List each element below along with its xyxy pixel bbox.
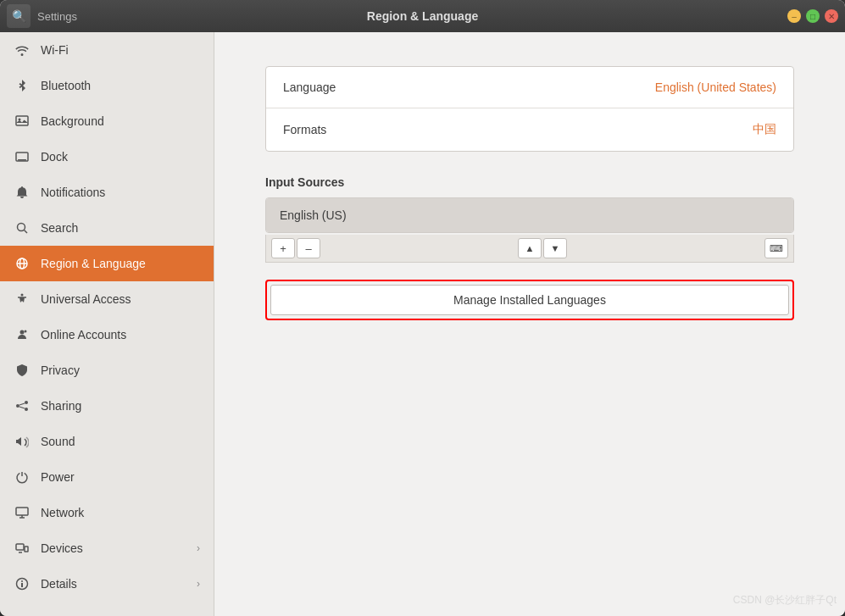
main-panel: Language English (United States) Formats… <box>214 32 845 616</box>
sidebar-label-devices: Devices <box>41 541 186 555</box>
svg-point-14 <box>16 404 19 408</box>
settings-window: 🔍 Settings Region & Language – □ ✕ Wi-Fi… <box>0 0 845 616</box>
sidebar-title: Settings <box>37 10 77 23</box>
sidebar-label-dock: Dock <box>41 150 200 164</box>
keyboard-preview-button[interactable]: ⌨ <box>764 238 788 258</box>
sidebar-item-notifications[interactable]: Notifications <box>0 175 214 210</box>
sidebar-item-network[interactable]: Network <box>0 495 214 530</box>
svg-rect-0 <box>16 116 28 125</box>
language-formats-section: Language English (United States) Formats… <box>265 66 794 152</box>
sidebar-label-sharing: Sharing <box>41 399 200 413</box>
formats-row: Formats 中国 <box>266 108 793 151</box>
remove-input-source-button[interactable]: – <box>297 238 320 258</box>
search-icon <box>14 219 31 236</box>
close-button[interactable]: ✕ <box>825 9 838 23</box>
formats-value: 中国 <box>753 122 776 137</box>
sidebar-item-wifi[interactable]: Wi-Fi <box>0 32 214 68</box>
sidebar-item-dock[interactable]: Dock <box>0 139 214 175</box>
sidebar-item-power[interactable]: Power <box>0 459 214 495</box>
sidebar-label-network: Network <box>41 506 200 519</box>
input-sources-label: Input Sources <box>265 175 794 189</box>
sidebar-label-notifications: Notifications <box>41 186 200 199</box>
sidebar-label-background: Background <box>41 114 200 128</box>
devices-icon <box>14 540 31 557</box>
window-title: Region & Language <box>367 9 478 23</box>
sidebar-item-search[interactable]: Search <box>0 210 214 246</box>
sharing-icon <box>14 397 31 414</box>
svg-point-13 <box>25 401 28 404</box>
maximize-button[interactable]: □ <box>806 9 820 23</box>
search-button[interactable]: 🔍 <box>7 4 31 28</box>
search-icon: 🔍 <box>12 9 26 23</box>
sidebar-item-devices[interactable]: Devices› <box>0 530 214 566</box>
sidebar: Wi-FiBluetoothBackgroundDockNotification… <box>0 32 214 616</box>
network-icon <box>14 504 31 521</box>
details-icon <box>14 575 31 592</box>
region-icon <box>14 255 31 272</box>
sidebar-item-sound[interactable]: Sound <box>0 424 214 459</box>
sidebar-label-wifi: Wi-Fi <box>41 43 200 57</box>
svg-rect-22 <box>16 544 24 550</box>
sidebar-item-region[interactable]: Region & Language <box>0 246 214 281</box>
svg-line-16 <box>19 403 25 405</box>
svg-rect-3 <box>18 159 26 161</box>
dock-icon <box>14 148 31 165</box>
move-down-button[interactable]: ▼ <box>543 238 567 258</box>
watermark: CSDN @长沙红胖子Qt <box>733 593 837 608</box>
sidebar-item-sharing[interactable]: Sharing <box>0 388 214 424</box>
sidebar-label-bluetooth: Bluetooth <box>41 79 200 92</box>
sidebar-item-background[interactable]: Background <box>0 103 214 139</box>
chevron-right-icon: › <box>197 578 200 590</box>
content-area: Wi-FiBluetoothBackgroundDockNotification… <box>0 32 845 616</box>
background-icon <box>14 113 31 130</box>
privacy-icon <box>14 362 31 379</box>
sound-icon <box>14 433 31 450</box>
svg-point-15 <box>25 408 28 411</box>
universal-access-icon <box>14 291 31 308</box>
window-controls: – □ ✕ <box>787 9 838 23</box>
move-up-button[interactable]: ▲ <box>518 238 542 258</box>
manage-languages-container: Manage Installed Languages <box>265 280 794 320</box>
input-sources-toolbar: + – ▲ ▼ ⌨ <box>265 235 794 263</box>
sidebar-item-bluetooth[interactable]: Bluetooth <box>0 68 214 103</box>
svg-rect-19 <box>16 508 28 515</box>
formats-label: Formats <box>283 123 326 136</box>
add-input-source-button[interactable]: + <box>271 238 295 258</box>
sidebar-item-details[interactable]: Details› <box>0 566 214 602</box>
language-value: English (United States) <box>655 80 776 94</box>
input-source-english[interactable]: English (US) <box>266 198 793 232</box>
wifi-icon <box>14 42 31 58</box>
online-accounts-icon <box>14 326 31 343</box>
manage-languages-button[interactable]: Manage Installed Languages <box>270 285 789 315</box>
svg-point-9 <box>21 294 24 297</box>
sidebar-label-online-accounts: Online Accounts <box>41 328 200 341</box>
svg-point-12 <box>25 330 27 333</box>
sidebar-item-privacy[interactable]: Privacy <box>0 352 214 388</box>
svg-point-4 <box>18 224 25 231</box>
svg-rect-23 <box>25 547 28 552</box>
power-icon <box>14 469 31 486</box>
sidebar-label-universal-access: Universal Access <box>41 292 200 306</box>
minimize-button[interactable]: – <box>787 9 801 23</box>
sidebar-item-online-accounts[interactable]: Online Accounts <box>0 317 214 352</box>
titlebar-left: 🔍 Settings <box>7 4 77 28</box>
titlebar: 🔍 Settings Region & Language – □ ✕ <box>0 0 845 32</box>
sidebar-label-search: Search <box>41 221 200 235</box>
svg-point-11 <box>20 330 25 335</box>
sidebar-label-sound: Sound <box>41 435 200 448</box>
sidebar-label-power: Power <box>41 470 200 484</box>
svg-line-5 <box>25 230 28 234</box>
language-row: Language English (United States) <box>266 67 793 108</box>
sidebar-label-privacy: Privacy <box>41 363 200 377</box>
sidebar-item-universal-access[interactable]: Universal Access <box>0 281 214 317</box>
chevron-right-icon: › <box>197 542 200 554</box>
input-sources-list: English (US) <box>265 197 794 233</box>
sidebar-label-details: Details <box>41 577 186 591</box>
language-label: Language <box>283 80 336 94</box>
notifications-icon <box>14 184 31 201</box>
svg-line-17 <box>19 407 25 408</box>
input-sources-section: Input Sources English (US) + – ▲ ▼ ⌨ <box>265 175 794 263</box>
svg-point-27 <box>21 580 23 582</box>
bluetooth-icon <box>14 77 31 94</box>
sidebar-label-region: Region & Language <box>41 257 200 270</box>
